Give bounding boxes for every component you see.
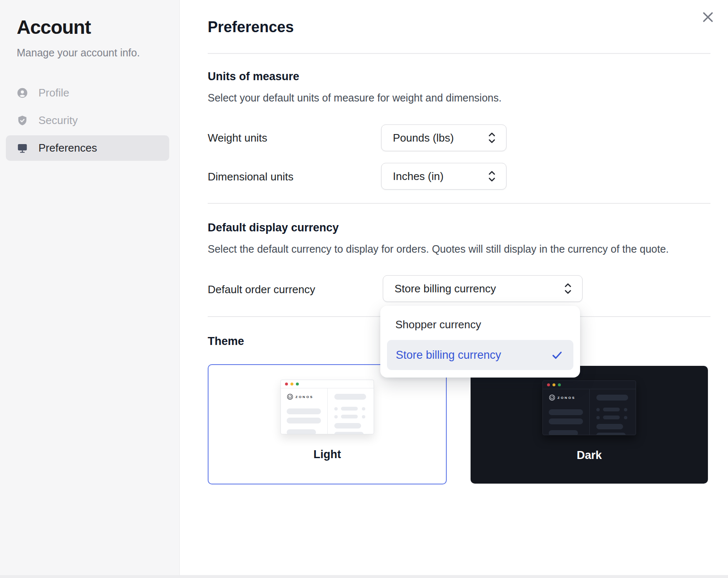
preview-titlebar (543, 381, 636, 389)
skeleton-dot (596, 408, 600, 411)
skeleton-bar (603, 408, 620, 411)
sidebar-subtitle: Manage your account info. (17, 47, 140, 59)
chevron-updown-icon (563, 282, 573, 295)
skeleton-bar (549, 409, 583, 415)
skeleton-bar (334, 394, 366, 400)
skeleton-bar (287, 429, 316, 434)
currency-section-description: Select the default currency to display f… (208, 243, 669, 255)
modal-bottom-edge (0, 575, 728, 578)
menu-option-label: Store billing currency (396, 349, 501, 362)
dimensional-units-value: Inches (in) (393, 170, 443, 183)
traffic-light-yellow (552, 383, 555, 386)
skeleton-bar (549, 418, 583, 424)
traffic-light-green (558, 383, 561, 386)
theme-preview-window-dark: ZONOS (542, 380, 636, 435)
preview-body: ZONOS (281, 388, 374, 434)
close-icon (701, 10, 715, 24)
skeleton-dot (362, 415, 365, 418)
skeleton-bar (341, 407, 358, 411)
sidebar-nav: Profile Security Preferences (6, 80, 169, 161)
account-sidebar: Account Manage your account info. Profil… (0, 0, 180, 578)
default-order-currency-select[interactable]: Store billing currency (383, 275, 583, 302)
skeleton-bar (334, 423, 361, 428)
skeleton-bar (341, 415, 358, 418)
monitor-icon (17, 142, 28, 154)
shield-icon (17, 115, 28, 126)
close-button[interactable] (700, 9, 716, 26)
traffic-light-red (547, 383, 550, 386)
preview-titlebar (281, 380, 374, 388)
default-order-currency-label: Default order currency (208, 283, 315, 296)
sidebar-item-profile[interactable]: Profile (6, 80, 169, 106)
traffic-light-red (285, 383, 288, 385)
check-icon (551, 349, 563, 361)
preview-content (328, 388, 374, 434)
zonos-logo-icon (287, 393, 293, 400)
zonos-logo-text: ZONOS (557, 396, 575, 400)
chevron-updown-icon (487, 170, 497, 183)
skeleton-bar (549, 430, 578, 435)
menu-option-store-billing-currency[interactable]: Store billing currency (387, 340, 573, 370)
zonos-logo-icon (549, 394, 555, 401)
theme-option-light[interactable]: ZONOS (208, 364, 447, 484)
divider (208, 53, 710, 54)
page-title: Preferences (208, 18, 294, 36)
zonos-logo: ZONOS (549, 394, 575, 401)
dimensional-units-select[interactable]: Inches (in) (381, 163, 507, 190)
chevron-updown-icon (487, 131, 497, 144)
theme-option-dark[interactable]: ZONOS (471, 366, 708, 484)
skeleton-bar (596, 433, 626, 435)
default-order-currency-value: Store billing currency (395, 282, 496, 295)
zonos-logo: ZONOS (287, 393, 313, 400)
theme-light-label: Light (313, 448, 341, 461)
skeleton-bar (287, 418, 321, 423)
sidebar-item-label: Preferences (38, 142, 97, 155)
preferences-panel: Preferences Units of measure Select your… (180, 0, 728, 578)
theme-preview-window-light: ZONOS (280, 380, 374, 434)
dimensional-units-label: Dimensional units (208, 170, 293, 183)
currency-section-title: Default display currency (208, 221, 339, 234)
skeleton-dot (362, 407, 365, 411)
traffic-light-green (296, 383, 299, 385)
skeleton-dot (334, 407, 338, 411)
skeleton-bar (287, 408, 321, 414)
skeleton-dot (624, 416, 627, 419)
preview-body: ZONOS (543, 389, 636, 435)
weight-units-select[interactable]: Pounds (lbs) (381, 124, 507, 151)
skeleton-bar (596, 395, 628, 401)
sidebar-item-label: Security (38, 114, 78, 127)
user-icon (17, 87, 28, 99)
preview-sidebar: ZONOS (543, 389, 590, 435)
sidebar-item-security[interactable]: Security (6, 108, 169, 133)
skeleton-bar (603, 416, 620, 419)
sidebar-item-preferences[interactable]: Preferences (6, 135, 169, 161)
account-settings-modal: Account Manage your account info. Profil… (0, 0, 728, 578)
theme-dark-label: Dark (577, 449, 602, 462)
menu-option-shopper-currency[interactable]: Shopper currency (395, 318, 481, 331)
weight-units-value: Pounds (lbs) (393, 132, 454, 144)
theme-section-title: Theme (208, 335, 244, 348)
currency-dropdown-menu: Shopper currency Store billing currency (380, 306, 580, 378)
units-section-title: Units of measure (208, 70, 299, 83)
skeleton-dot (596, 416, 600, 419)
sidebar-title: Account (17, 16, 91, 38)
sidebar-item-label: Profile (38, 86, 69, 99)
divider (208, 203, 710, 204)
units-section-description: Select your default units of measure for… (208, 92, 501, 104)
preview-content (590, 389, 636, 435)
traffic-light-yellow (290, 383, 293, 385)
skeleton-bar (334, 432, 364, 434)
weight-units-label: Weight units (208, 132, 267, 144)
zonos-logo-text: ZONOS (295, 395, 313, 399)
skeleton-dot (334, 415, 338, 418)
skeleton-bar (596, 424, 623, 429)
preview-sidebar: ZONOS (281, 388, 328, 434)
skeleton-dot (624, 408, 627, 411)
